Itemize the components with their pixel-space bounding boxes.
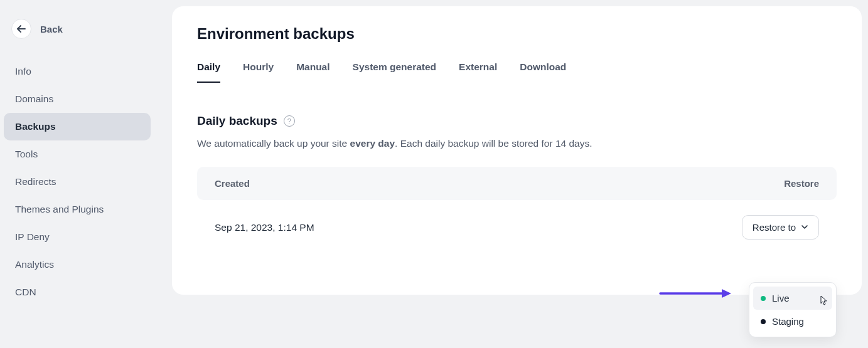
tab-manual[interactable]: Manual: [296, 61, 330, 83]
dropdown-item-label: Staging: [772, 316, 804, 327]
page-title: Environment backups: [197, 25, 837, 43]
sidebar: Back Info Domains Backups Tools Redirect…: [0, 0, 157, 348]
sidebar-item-tools[interactable]: Tools: [4, 140, 151, 168]
tab-hourly[interactable]: Hourly: [243, 61, 274, 83]
dropdown-item-staging[interactable]: Staging: [753, 310, 832, 333]
sidebar-item-backups[interactable]: Backups: [4, 113, 151, 140]
created-value: Sep 21, 2023, 1:14 PM: [215, 222, 314, 233]
arrow-left-icon: [11, 19, 31, 39]
dropdown-item-label: Live: [772, 293, 790, 303]
sidebar-item-themes-plugins[interactable]: Themes and Plugins: [4, 196, 151, 223]
col-restore: Restore: [784, 178, 819, 189]
back-button[interactable]: Back: [0, 11, 157, 58]
section-description: We automatically back up your site every…: [197, 138, 837, 149]
sidebar-item-cdn[interactable]: CDN: [4, 278, 151, 306]
status-dot-icon: [761, 296, 766, 301]
sidebar-item-analytics[interactable]: Analytics: [4, 251, 151, 278]
sidebar-item-redirects[interactable]: Redirects: [4, 168, 151, 196]
section-header: Daily backups ?: [197, 114, 837, 128]
tabs: Daily Hourly Manual System generated Ext…: [197, 61, 837, 83]
tab-external[interactable]: External: [459, 61, 497, 83]
restore-to-button[interactable]: Restore to: [742, 215, 819, 240]
dropdown-item-live[interactable]: Live: [753, 287, 832, 310]
tab-download[interactable]: Download: [520, 61, 566, 83]
desc-bold: every day: [350, 138, 395, 149]
desc-prefix: We automatically back up your site: [197, 138, 350, 149]
chevron-down-icon: [801, 222, 808, 233]
tab-system-generated[interactable]: System generated: [353, 61, 437, 83]
status-dot-icon: [761, 319, 766, 324]
annotation-arrow-icon: [659, 287, 734, 302]
table-row: Sep 21, 2023, 1:14 PM Restore to: [197, 200, 837, 255]
help-icon[interactable]: ?: [284, 115, 295, 127]
sidebar-item-domains[interactable]: Domains: [4, 85, 151, 113]
tab-daily[interactable]: Daily: [197, 61, 220, 83]
restore-dropdown: Live Staging: [749, 282, 837, 337]
back-label: Back: [40, 24, 63, 34]
sidebar-nav: Info Domains Backups Tools Redirects The…: [0, 58, 157, 306]
cursor-pointer-icon: [818, 295, 827, 307]
backups-table: Created Restore Sep 21, 2023, 1:14 PM Re…: [197, 167, 837, 255]
table-header-row: Created Restore: [197, 167, 837, 200]
sidebar-item-ip-deny[interactable]: IP Deny: [4, 223, 151, 251]
main-area: Environment backups Daily Hourly Manual …: [157, 0, 868, 348]
restore-to-label: Restore to: [753, 222, 796, 233]
col-created: Created: [215, 178, 250, 189]
content-card: Environment backups Daily Hourly Manual …: [172, 6, 862, 295]
section-title: Daily backups: [197, 114, 277, 128]
sidebar-item-info[interactable]: Info: [4, 58, 151, 85]
desc-suffix: . Each daily backup will be stored for 1…: [395, 138, 592, 149]
